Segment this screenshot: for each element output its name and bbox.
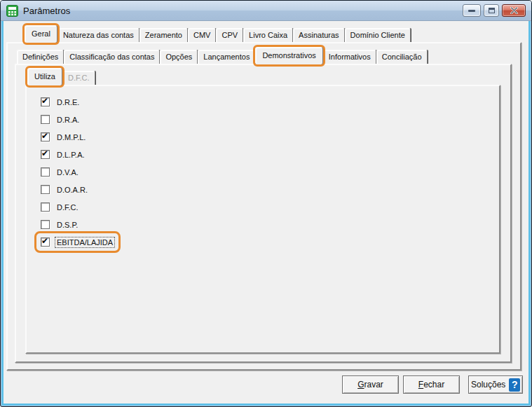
window-title: Parâmetros [23, 6, 70, 16]
tab-label: Definições [22, 53, 58, 61]
checkbox[interactable]: ✔ [41, 237, 50, 247]
tab-label: Opções [165, 53, 192, 61]
tab-label: Lançamentos [203, 53, 250, 61]
checkbox-row-dsp[interactable]: ✔ D.S.P. [36, 216, 83, 233]
tab-assinaturas[interactable]: Assinaturas [293, 28, 344, 42]
page-geral: Definições Classificação das contas Opçõ… [6, 42, 521, 371]
page-demonstrativos: Utiliza D.F.C. ✔ D.R.E. ✔ D.R.A. [15, 64, 512, 363]
gravar-button-label: Gravar [357, 380, 383, 389]
checkbox[interactable]: ✔ [41, 185, 50, 194]
fechar-button-label: Fechar [418, 380, 444, 389]
tab-label: Livro Caixa [249, 31, 287, 39]
tab-label: D.F.C. [68, 74, 90, 82]
tab-label: CMV [193, 31, 210, 39]
tab-label: CPV [221, 31, 238, 39]
checkbox-label: D.S.P. [55, 220, 79, 230]
close-icon [510, 7, 518, 14]
checkbox-row-doar[interactable]: ✔ D.O.A.R. [36, 181, 93, 198]
tabstrip-level1: Geral Natureza das contas Zeramento CMV … [25, 25, 411, 43]
demonstrativos-checkbox-list: ✔ D.R.E. ✔ D.R.A. ✔ D.M.P.L. ✔ [36, 93, 118, 251]
check-icon: ✔ [41, 131, 48, 141]
checkbox-label: D.L.P.A. [55, 150, 86, 160]
tab-label: Geral [32, 29, 50, 38]
solucoes-button-label: Soluções [471, 380, 505, 389]
tab-label: Demonstrativos [262, 51, 315, 60]
tab-lancamentos[interactable]: Lançamentos [198, 50, 255, 64]
gravar-button[interactable]: Gravar [342, 375, 399, 394]
checkbox-label: D.R.A. [55, 115, 81, 125]
checkbox-label: D.F.C. [55, 202, 80, 212]
tab-label: Utiliza [34, 72, 55, 81]
checkbox[interactable]: ✔ [41, 97, 50, 106]
tab-label: Assinaturas [299, 31, 339, 39]
tab-label: Classificação das contas [69, 53, 154, 61]
help-icon: ? [509, 378, 520, 392]
tab-label: Natureza das contas [63, 31, 134, 39]
checkbox-row-dfc[interactable]: ✔ D.F.C. [36, 198, 84, 216]
minimize-button[interactable] [463, 4, 481, 17]
title-bar[interactable]: Parâmetros [1, 1, 531, 21]
check-icon: ✔ [41, 149, 48, 158]
tab-label: Zeramento [145, 31, 182, 39]
checkbox[interactable]: ✔ [41, 115, 50, 124]
tab-dominio-cliente[interactable]: Domínio Cliente [345, 28, 411, 42]
tab-cmv[interactable]: CMV [188, 28, 216, 42]
page-utiliza: ✔ D.R.E. ✔ D.R.A. ✔ D.M.P.L. ✔ [25, 85, 500, 354]
checkbox-label: D.V.A. [55, 167, 80, 177]
tab-natureza-das-contas[interactable]: Natureza das contas [57, 28, 139, 42]
tab-zeramento[interactable]: Zeramento [139, 28, 188, 42]
restore-button[interactable] [484, 4, 499, 17]
check-icon: ✔ [41, 96, 48, 106]
parametros-dialog: Parâmetros Geral Natureza das contas Zer… [0, 0, 532, 407]
tab-informativos[interactable]: Informativos [323, 50, 376, 64]
checkbox-row-dmpl[interactable]: ✔ D.M.P.L. [36, 128, 91, 146]
checkbox-label: D.R.E. [55, 97, 81, 107]
checkbox-row-dra[interactable]: ✔ D.R.A. [36, 111, 85, 128]
tab-conciliacao[interactable]: Conciliação [376, 50, 428, 64]
checkbox-row-dva[interactable]: ✔ D.V.A. [36, 163, 84, 181]
tab-cpv[interactable]: CPV [216, 28, 243, 42]
minimize-icon [468, 10, 475, 12]
checkbox-row-dlpa[interactable]: ✔ D.L.P.A. [36, 146, 90, 163]
tab-label: Conciliação [382, 53, 422, 61]
checkbox-label: D.O.A.R. [55, 185, 89, 195]
tab-dfc[interactable]: D.F.C. [62, 71, 95, 85]
solucoes-button[interactable]: Soluções ? [468, 375, 523, 394]
tab-livro-caixa[interactable]: Livro Caixa [243, 28, 293, 42]
restore-icon [489, 8, 495, 13]
tabstrip-level2: Definições Classificação das contas Opçõ… [17, 46, 428, 64]
tab-label: Informativos [329, 53, 371, 61]
checkbox[interactable]: ✔ [41, 150, 50, 159]
fechar-button[interactable]: Fechar [403, 375, 460, 394]
tab-demonstrativos[interactable]: Demonstrativos [255, 47, 322, 64]
check-icon: ✔ [41, 236, 48, 246]
checkbox[interactable]: ✔ [41, 167, 50, 177]
checkbox[interactable]: ✔ [41, 132, 50, 142]
dialog-content: Geral Natureza das contas Zeramento CMV … [1, 21, 531, 406]
checkbox-label: D.M.P.L. [55, 132, 87, 142]
close-button[interactable] [502, 4, 526, 17]
checkbox-row-ebitda-lajida[interactable]: ✔ EBITDA/LAJIDA [36, 233, 118, 251]
tab-label: Domínio Cliente [350, 31, 405, 39]
tab-opcoes[interactable]: Opções [160, 50, 198, 64]
checkbox[interactable]: ✔ [41, 202, 50, 212]
checkbox-label: EBITDA/LAJIDA [55, 237, 114, 247]
tabstrip-level3: Utiliza D.F.C. [27, 67, 95, 85]
tab-definicoes[interactable]: Definições [17, 50, 64, 64]
tab-utiliza[interactable]: Utiliza [27, 68, 62, 85]
tab-classificacao-das-contas[interactable]: Classificação das contas [64, 50, 160, 64]
tab-geral[interactable]: Geral [25, 25, 57, 43]
checkbox[interactable]: ✔ [41, 220, 50, 229]
checkbox-row-dre[interactable]: ✔ D.R.E. [36, 93, 85, 111]
calculator-icon [6, 5, 18, 17]
